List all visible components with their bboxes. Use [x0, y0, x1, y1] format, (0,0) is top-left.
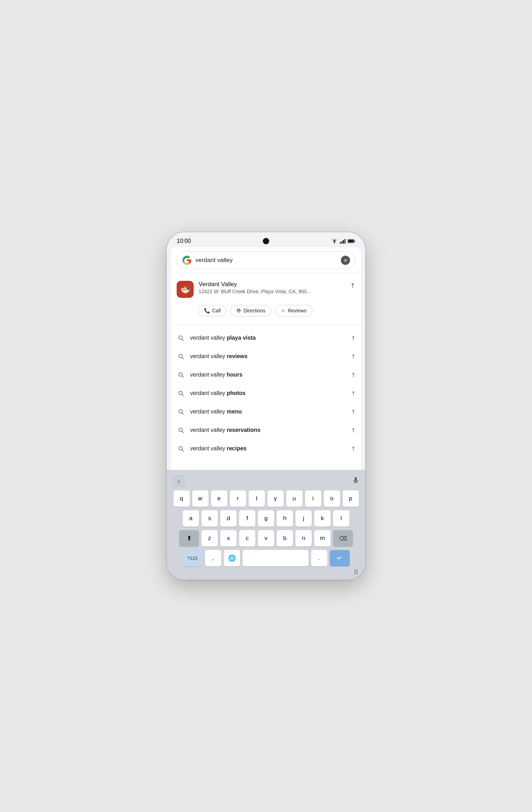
- search-icon-5: [177, 407, 185, 416]
- search-icon-6: [177, 426, 185, 434]
- key-l[interactable]: l: [333, 510, 349, 527]
- directions-label: Directions: [243, 308, 265, 313]
- action-buttons: 📞 Call Directions ☆ Reviews: [171, 302, 361, 321]
- key-a[interactable]: a: [183, 510, 199, 527]
- result-arrow-icon: ↗: [348, 281, 357, 290]
- space-key[interactable]: [243, 550, 309, 566]
- suggestion-arrow-6: ↗: [349, 426, 357, 434]
- key-m[interactable]: m: [314, 530, 331, 546]
- svg-rect-3: [343, 240, 344, 244]
- globe-key[interactable]: 🌐: [224, 550, 240, 566]
- key-x[interactable]: x: [220, 530, 237, 546]
- key-b[interactable]: b: [277, 530, 293, 546]
- suggestion-arrow-7: ↗: [349, 445, 357, 453]
- key-u[interactable]: u: [286, 490, 303, 507]
- suggestion-item-6[interactable]: verdant valley reservations ↗: [171, 421, 361, 439]
- google-logo: [182, 255, 192, 265]
- svg-rect-1: [340, 242, 341, 244]
- call-button[interactable]: 📞 Call: [198, 305, 227, 316]
- camera-dot: [263, 238, 269, 244]
- content-area: 🍜 Verdant Valley 12422 W. Bluff Creek Dr…: [171, 247, 361, 470]
- suggestion-item-5[interactable]: verdant valley menu ↗: [171, 402, 361, 421]
- key-o[interactable]: o: [324, 490, 340, 507]
- search-bar[interactable]: [177, 251, 355, 269]
- nav-dots-icon: ⠿: [354, 568, 358, 576]
- suggestion-list: verdant valley playa vista ↗ verdant val…: [171, 329, 361, 458]
- key-f[interactable]: f: [239, 510, 255, 527]
- svg-rect-7: [348, 240, 354, 243]
- key-q[interactable]: q: [173, 490, 190, 507]
- key-p[interactable]: p: [343, 490, 359, 507]
- chevron-button[interactable]: ›: [172, 475, 185, 488]
- suggestion-text-6: verdant valley reservations: [190, 427, 346, 433]
- keyboard-toolbar: ›: [170, 473, 362, 490]
- suggestion-arrow-4: ↗: [349, 389, 357, 397]
- shift-key[interactable]: ⬆: [179, 530, 199, 546]
- key-g[interactable]: g: [258, 510, 274, 527]
- key-h[interactable]: h: [277, 510, 293, 527]
- restaurant-icon: 🍜: [177, 281, 194, 298]
- phone-frame: 10:00: [167, 232, 365, 580]
- suggestion-item-4[interactable]: verdant valley photos ↗: [171, 384, 361, 402]
- numbers-key[interactable]: ?123: [183, 550, 203, 566]
- suggestion-item-1[interactable]: verdant valley playa vista ↗: [171, 329, 361, 347]
- keyboard-rows: q w e r t y u i o p a s d f g h j k: [170, 490, 362, 566]
- nav-hint: ⠿: [170, 566, 362, 578]
- key-row-2: a s d f g h j k l: [170, 510, 362, 527]
- key-v[interactable]: v: [258, 530, 274, 546]
- suggestion-arrow-3: ↗: [349, 371, 357, 379]
- backspace-key[interactable]: ⌫: [333, 530, 353, 546]
- result-address: 12422 W. Bluff Creek Drive, Playa Vista,…: [199, 289, 345, 294]
- key-z[interactable]: z: [201, 530, 218, 546]
- key-y[interactable]: y: [267, 490, 284, 507]
- wifi-icon: [331, 239, 338, 244]
- suggestion-arrow-1: ↗: [349, 334, 357, 342]
- status-bar: 10:00: [167, 232, 365, 247]
- key-j[interactable]: j: [295, 510, 312, 527]
- key-e[interactable]: e: [211, 490, 227, 507]
- reviews-label: Reviews: [288, 308, 306, 313]
- status-icons: [331, 239, 355, 244]
- search-input[interactable]: [195, 257, 337, 264]
- directions-icon: [236, 308, 241, 313]
- enter-key[interactable]: ↵: [330, 550, 350, 566]
- search-icon-4: [177, 389, 185, 397]
- divider-top: [171, 273, 361, 273]
- key-period[interactable]: .: [311, 550, 327, 566]
- suggestion-text-1: verdant valley playa vista: [190, 335, 346, 341]
- svg-rect-6: [354, 240, 355, 242]
- suggestion-text-4: verdant valley photos: [190, 390, 346, 396]
- key-i[interactable]: i: [305, 490, 321, 507]
- suggestion-item-3[interactable]: verdant valley hours ↗: [171, 366, 361, 384]
- signal-icon: [340, 239, 345, 244]
- reviews-button[interactable]: ☆ Reviews: [275, 305, 312, 316]
- key-row-1: q w e r t y u i o p: [170, 490, 362, 507]
- key-n[interactable]: n: [295, 530, 312, 546]
- key-c[interactable]: c: [239, 530, 255, 546]
- suggestion-arrow-5: ↗: [349, 408, 357, 416]
- key-w[interactable]: w: [192, 490, 209, 507]
- result-card[interactable]: 🍜 Verdant Valley 12422 W. Bluff Creek Dr…: [171, 277, 361, 302]
- suggestion-text-2: verdant valley reviews: [190, 353, 346, 360]
- suggestion-text-3: verdant valley hours: [190, 372, 346, 378]
- mic-button[interactable]: [352, 477, 360, 486]
- suggestion-item-7[interactable]: verdant valley recipes ↗: [171, 439, 361, 458]
- suggestion-item-2[interactable]: verdant valley reviews ↗: [171, 347, 361, 366]
- key-s[interactable]: s: [201, 510, 218, 527]
- suggestion-arrow-2: ↗: [349, 352, 357, 361]
- suggestion-text-7: verdant valley recipes: [190, 445, 346, 452]
- status-time: 10:00: [177, 238, 191, 244]
- key-comma[interactable]: ,: [205, 550, 221, 566]
- reviews-icon: ☆: [281, 308, 286, 313]
- directions-button[interactable]: Directions: [230, 305, 271, 316]
- search-icon-7: [177, 444, 185, 453]
- key-r[interactable]: r: [230, 490, 246, 507]
- divider-mid: [171, 325, 361, 325]
- clear-button[interactable]: [341, 256, 350, 265]
- key-t[interactable]: t: [249, 490, 265, 507]
- svg-rect-2: [342, 241, 343, 244]
- keyboard-area: › q w e r t y u i o p: [167, 470, 365, 580]
- search-icon-1: [177, 334, 185, 342]
- key-d[interactable]: d: [220, 510, 237, 527]
- key-k[interactable]: k: [314, 510, 331, 527]
